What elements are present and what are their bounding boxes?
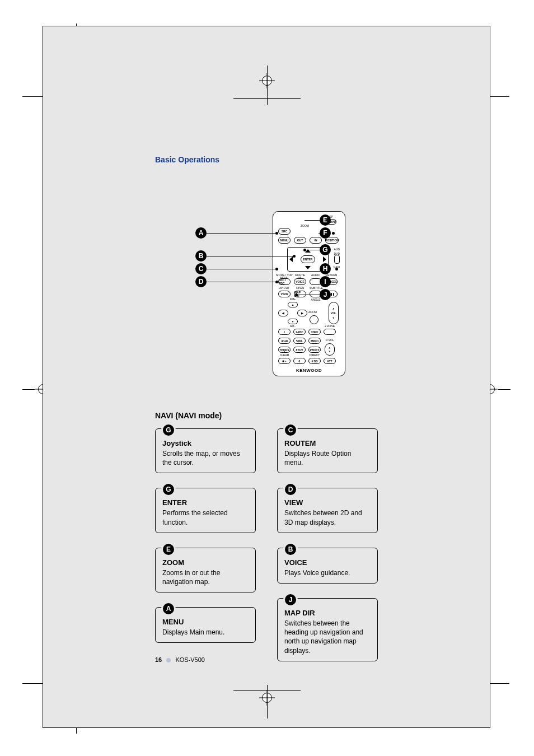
card-menu: A MENU Displays Main menu. xyxy=(155,607,256,643)
badge: D xyxy=(283,482,298,497)
card-joystick: G Joystick Scrolls the map, or moves the… xyxy=(155,428,256,473)
callout-H: H xyxy=(320,263,331,274)
direct-label: DIRECT xyxy=(308,354,321,357)
callout-G: G xyxy=(320,244,331,255)
key-8: 8TUV xyxy=(293,347,306,353)
card-desc: Displays Main menu. xyxy=(162,628,249,637)
zoom-button xyxy=(310,315,318,324)
badge: G xyxy=(161,482,176,497)
dpad-down: ▼ xyxy=(288,319,298,324)
rvol-label: R.VOL xyxy=(324,339,336,342)
aud-label: AUD xyxy=(334,248,340,251)
card-voice: B VOICE Plays Voice guidance. xyxy=(277,548,378,584)
dpad-up: ▲ xyxy=(288,302,298,307)
card-enter: G ENTER Performs the selected function. xyxy=(155,488,256,533)
brand-logo: KENWOOD xyxy=(273,368,345,373)
card-title: Joystick xyxy=(162,439,249,447)
fncpbc-button: FNC / PBC xyxy=(278,278,291,285)
key-9: 9WXYZ xyxy=(308,347,321,353)
avout-label: AV OUT xyxy=(278,287,291,290)
key-6: 6MNO xyxy=(308,338,321,344)
page-footer: 16 KOS-V500 xyxy=(155,656,205,663)
card-title: VOICE xyxy=(284,558,371,567)
card-grid: G Joystick Scrolls the map, or moves the… xyxy=(155,428,378,676)
card-mapdir: J MAP DIR Switches between the heading u… xyxy=(277,598,378,661)
badge: E xyxy=(161,542,176,557)
badge: G xyxy=(161,423,176,437)
in-button: IN xyxy=(310,237,322,244)
callout-E: E xyxy=(320,214,331,226)
zoom-top-label: ZOOM xyxy=(301,225,309,227)
remote-diagram: DISP NAV/DVD ZOOM SRC MENU OUT IN POSITI… xyxy=(273,211,345,376)
card-desc: Switches between the heading up navigati… xyxy=(284,619,371,655)
zoom-label: ZOOM xyxy=(308,311,317,314)
card-desc: Switches between 2D and 3D map displays. xyxy=(284,508,371,526)
badge: B xyxy=(283,542,298,557)
fmplus-label: FM+ xyxy=(288,298,297,301)
enter-button: ENTER xyxy=(301,255,315,263)
callout-C: C xyxy=(195,263,207,274)
key-hash: # BS xyxy=(308,358,321,364)
card-desc: Plays Voice guidance. xyxy=(284,568,371,577)
key-4: 4GHI xyxy=(278,338,291,344)
card-desc: Zooms in or out the navigation map. xyxy=(162,568,249,586)
card-title: MENU xyxy=(162,618,249,626)
voice-button: VOICE xyxy=(294,278,306,285)
key-1: 1 xyxy=(278,329,291,335)
callout-D: D xyxy=(195,276,207,287)
card-desc: Performs the selected function. xyxy=(162,508,249,526)
card-view: D VIEW Switches between 2D and 3D map di… xyxy=(277,488,378,533)
badge: C xyxy=(283,423,298,437)
rvol-rocker: ∧∨ xyxy=(325,343,335,356)
card-routem: C ROUTEM Displays Route Option menu. xyxy=(277,428,378,473)
menu-button: MENU xyxy=(278,237,291,244)
footer-bullet-icon xyxy=(166,658,171,662)
zone2-label: 2 ZONE xyxy=(324,325,336,328)
att-button: ATT xyxy=(324,358,336,364)
key-0: 0 xyxy=(293,358,306,364)
callout-B: B xyxy=(195,250,207,262)
model-name: KOS-V500 xyxy=(175,656,205,663)
section-title: Basic Operations xyxy=(155,155,219,164)
callout-A: A xyxy=(195,227,207,239)
src-button: SRC xyxy=(278,228,291,235)
key-7: 7PQRS xyxy=(278,347,291,353)
key-5: 5JKL xyxy=(293,338,306,344)
dpad-right: ▶ xyxy=(297,310,307,316)
amminus-label: AM− xyxy=(288,325,297,328)
dpad-left: ◀ xyxy=(278,310,288,316)
view-button: VIEW xyxy=(278,291,291,297)
key-2: 2ABC xyxy=(293,329,306,335)
mode-switch xyxy=(334,255,340,264)
card-desc: Scrolls the map, or moves the cursor. xyxy=(162,449,249,467)
card-title: VIEW xyxy=(284,498,371,507)
card-title: MAP DIR xyxy=(284,609,371,617)
subtitle-label: SUBTITLE xyxy=(310,287,322,290)
out-button: OUT xyxy=(294,237,306,244)
card-zoom: E ZOOM Zooms in or out the navigation ma… xyxy=(155,548,256,592)
card-title: ZOOM xyxy=(162,558,249,567)
angle-label: ANGLE xyxy=(310,298,322,301)
card-desc: Displays Route Option menu. xyxy=(284,449,371,467)
badge: J xyxy=(283,592,298,607)
key-star: ✱ • xyxy=(278,358,291,364)
callout-J: J xyxy=(320,289,331,300)
page-number: 16 xyxy=(155,656,162,663)
zone2-button xyxy=(324,329,336,335)
vol-rocker: ∧VOL∨ xyxy=(329,302,339,324)
mode-title: NAVI (NAVI mode) xyxy=(155,411,222,420)
open-label: OPEN xyxy=(294,287,306,290)
callout-F: F xyxy=(320,227,331,239)
card-title: ROUTEM xyxy=(284,439,371,447)
key-3: 3DEF xyxy=(308,329,321,335)
card-title: ENTER xyxy=(162,498,249,507)
clear-label: CLEAR xyxy=(278,354,291,357)
badge: A xyxy=(161,601,176,616)
audio-label: AUDIO xyxy=(310,274,322,277)
